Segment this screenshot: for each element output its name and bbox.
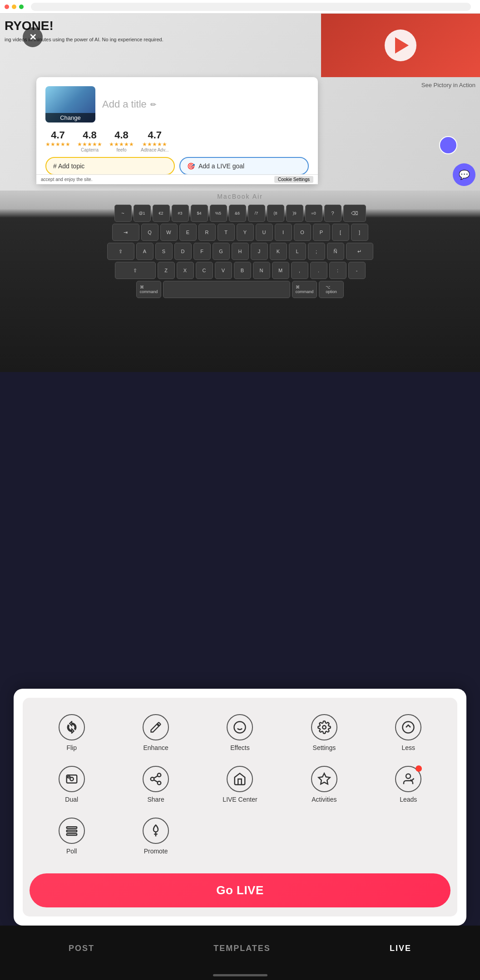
key-row-zxcv: ⇧ Z X C V B N M , . : - (14, 262, 466, 279)
dual-item[interactable]: Dual (30, 759, 114, 810)
key-5[interactable]: %5 (210, 205, 227, 222)
enhance-item[interactable]: Enhance (114, 707, 198, 759)
key-caps[interactable]: ⇪ (107, 243, 134, 260)
poll-item[interactable]: Poll (30, 810, 114, 862)
live-center-item[interactable]: LIVE Center (198, 759, 282, 810)
thumbnail-row: Change Add a title ✏ (45, 86, 309, 122)
key-4[interactable]: $4 (191, 205, 208, 222)
key-r[interactable]: R (198, 224, 216, 241)
key-enter[interactable]: ↵ (346, 243, 373, 260)
key-comma[interactable]: , (291, 262, 308, 279)
svg-rect-14 (66, 827, 77, 828)
key-8[interactable]: (8 (267, 205, 284, 222)
key-1[interactable]: @1 (134, 205, 151, 222)
chat-widget[interactable]: 💬 (453, 163, 475, 186)
key-dash[interactable]: - (348, 262, 366, 279)
ratings-row: 4.7 ★★★★★ 4.8 ★★★★★ Capterra 4.8 ★★★★★ f… (45, 129, 309, 152)
key-m[interactable]: M (272, 262, 289, 279)
key-j[interactable]: J (251, 243, 268, 260)
key-i[interactable]: I (275, 224, 292, 241)
key-space[interactable] (163, 281, 290, 298)
key-minus[interactable]: ? (324, 205, 341, 222)
key-9[interactable]: )9 (286, 205, 303, 222)
key-u[interactable]: U (256, 224, 273, 241)
key-l[interactable]: L (289, 243, 306, 260)
svg-point-6 (70, 777, 74, 781)
key-3[interactable]: #3 (172, 205, 189, 222)
key-e[interactable]: E (179, 224, 197, 241)
key-0[interactable]: =0 (305, 205, 322, 222)
key-shift-left[interactable]: ⇧ (115, 262, 156, 279)
play-button[interactable] (385, 29, 416, 61)
cookie-settings-button[interactable]: Cookie Settings (274, 176, 313, 183)
key-row-asdf: ⇪ A S D F G H J K L ; Ñ ↵ (14, 243, 466, 260)
key-k[interactable]: K (270, 243, 287, 260)
key-colon[interactable]: : (329, 262, 346, 279)
key-z[interactable]: Z (158, 262, 175, 279)
edit-icon[interactable]: ✏ (150, 100, 156, 109)
activities-item[interactable]: Activities (282, 759, 366, 810)
key-w[interactable]: W (160, 224, 178, 241)
effects-item[interactable]: Effects (198, 707, 282, 759)
key-d[interactable]: D (174, 243, 192, 260)
key-v[interactable]: V (215, 262, 232, 279)
key-g[interactable]: G (213, 243, 230, 260)
share-item[interactable]: Share (114, 759, 198, 810)
key-a[interactable]: A (136, 243, 153, 260)
screen-body: RYONE! ing videos in minutes using the p… (0, 14, 480, 191)
key-semicolon[interactable]: ; (308, 243, 325, 260)
poll-icon (65, 824, 79, 838)
key-cmd-left[interactable]: ⌘command (136, 281, 161, 298)
browser-maximize-dot (19, 5, 24, 9)
key-c[interactable]: C (196, 262, 213, 279)
key-tilde[interactable]: ~ (114, 205, 132, 222)
flip-item[interactable]: Flip (30, 707, 114, 759)
chat-icon: 💬 (459, 169, 470, 180)
nav-templates[interactable]: TEMPLATES (213, 944, 271, 953)
settings-item[interactable]: Settings (282, 707, 366, 759)
promote-item[interactable]: Promote (114, 810, 198, 862)
go-live-button[interactable]: Go LIVE (30, 873, 450, 907)
nav-live[interactable]: LIVE (390, 944, 411, 953)
key-7[interactable]: /7 (248, 205, 265, 222)
screen-content: RYONE! ing videos in minutes using the p… (0, 0, 480, 191)
change-label[interactable]: Change (45, 113, 95, 122)
key-f[interactable]: F (193, 243, 211, 260)
key-period[interactable]: . (310, 262, 327, 279)
see-pictory-link[interactable]: See Pictory in Action (421, 82, 475, 88)
key-p[interactable]: P (313, 224, 330, 241)
icons-grid: Flip Enhance (30, 707, 450, 862)
key-backspace[interactable]: ⌫ (343, 205, 366, 222)
key-ñ[interactable]: Ñ (327, 243, 344, 260)
key-t[interactable]: T (218, 224, 235, 241)
key-6[interactable]: &6 (229, 205, 246, 222)
ad-banner (321, 14, 480, 77)
add-topic-button[interactable]: # Add topic (45, 157, 175, 175)
stream-setup-panel: Change Add a title ✏ 4.7 ★★★★★ (36, 77, 318, 184)
add-goal-button[interactable]: 🎯 Add a LIVE goal (179, 157, 309, 175)
flip-icon-circle (59, 714, 85, 740)
key-2[interactable]: €2 (153, 205, 170, 222)
key-y[interactable]: Y (237, 224, 254, 241)
key-o[interactable]: O (294, 224, 311, 241)
key-cmd-right[interactable]: ⌘command (292, 281, 317, 298)
key-s[interactable]: S (155, 243, 173, 260)
stream-title-area: Add a title ✏ (102, 98, 309, 110)
key-x[interactable]: X (177, 262, 194, 279)
stream-title[interactable]: Add a title ✏ (102, 98, 309, 110)
key-q[interactable]: Q (141, 224, 158, 241)
key-bracket-close[interactable]: ] (351, 224, 368, 241)
stars-0: ★★★★★ (45, 141, 70, 147)
key-n[interactable]: N (253, 262, 270, 279)
close-button[interactable]: ✕ (23, 27, 43, 47)
key-b[interactable]: B (234, 262, 251, 279)
stream-thumbnail[interactable]: Change (45, 86, 95, 122)
svg-line-12 (154, 776, 158, 778)
key-option[interactable]: ⌥option (319, 281, 344, 298)
leads-item[interactable]: Leads (366, 759, 450, 810)
nav-post[interactable]: POST (69, 944, 94, 953)
key-bracket-open[interactable]: [ (332, 224, 349, 241)
key-tab[interactable]: ⇥ (112, 224, 139, 241)
less-item[interactable]: Less (366, 707, 450, 759)
key-h[interactable]: H (232, 243, 249, 260)
